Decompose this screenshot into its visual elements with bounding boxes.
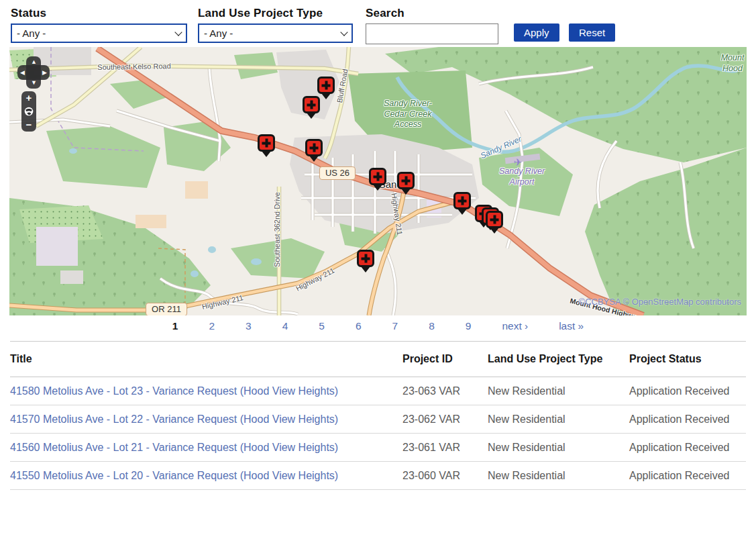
- marker-tail: [321, 93, 331, 99]
- marker-pin[interactable]: [369, 168, 386, 185]
- status-select[interactable]: - Any -: [11, 23, 187, 43]
- table-row: 41560 Metolius Ave - Lot 21 - Variance R…: [10, 433, 746, 461]
- marker-pin[interactable]: [453, 192, 471, 209]
- cell-title: 41550 Metolius Ave - Lot 20 - Variance R…: [10, 462, 402, 490]
- cell-project-id: 23-061 VAR: [402, 433, 488, 461]
- pan-right-icon[interactable]: ▶: [42, 70, 47, 76]
- pan-down-icon[interactable]: ▼: [31, 80, 37, 86]
- cell-land-use-type: New Residential: [488, 462, 629, 490]
- cell-land-use-type: New Residential: [488, 377, 629, 405]
- pan-left-icon[interactable]: ◀: [20, 70, 25, 76]
- table-row: 41550 Metolius Ave - Lot 20 - Variance R…: [10, 462, 746, 490]
- plus-icon: [322, 81, 331, 90]
- search-input[interactable]: [366, 23, 498, 44]
- pagination-link[interactable]: 9: [466, 320, 472, 332]
- status-label: Status: [11, 7, 187, 20]
- pagination-link[interactable]: 8: [429, 320, 435, 332]
- plus-icon: [402, 177, 411, 185]
- marker-pin[interactable]: [303, 96, 320, 113]
- cell-project-status: Application Received: [629, 405, 746, 433]
- map-zoom-control[interactable]: + −: [21, 91, 36, 132]
- plus-icon: [262, 139, 271, 148]
- globe-icon[interactable]: [24, 107, 34, 116]
- plus-icon: [307, 101, 316, 109]
- search-filter-group: Search: [366, 7, 498, 44]
- marker-pin[interactable]: [357, 250, 374, 267]
- marker-tail: [309, 156, 319, 162]
- pagination: 123456789next ›last »: [0, 316, 756, 336]
- zoom-out-button[interactable]: −: [21, 119, 36, 130]
- pagination-link[interactable]: 3: [246, 320, 252, 332]
- cell-land-use-type: New Residential: [488, 433, 629, 461]
- plus-icon: [362, 254, 370, 263]
- map-marker[interactable]: [397, 172, 415, 195]
- map-marker[interactable]: [305, 139, 323, 162]
- type-filter-group: Land Use Project Type - Any -: [198, 7, 353, 43]
- cell-project-status: Application Received: [629, 377, 746, 405]
- apply-button[interactable]: Apply: [514, 23, 559, 42]
- search-label: Search: [366, 7, 498, 20]
- project-title-link[interactable]: 41570 Metolius Ave - Lot 22 - Variance R…: [10, 413, 338, 425]
- project-title-link[interactable]: 41550 Metolius Ave - Lot 20 - Variance R…: [10, 470, 338, 481]
- pagination-link[interactable]: 4: [282, 320, 288, 332]
- marker-pin[interactable]: [305, 139, 323, 156]
- map-marker[interactable]: [303, 96, 320, 119]
- plus-icon: [310, 144, 319, 152]
- marker-tail: [401, 189, 411, 195]
- map-marker[interactable]: [258, 134, 275, 157]
- cell-project-status: Application Received: [629, 462, 746, 490]
- map-pan-control[interactable]: ▲ ▼ ◀ ▶: [17, 56, 50, 89]
- cell-project-id: 23-063 VAR: [402, 377, 488, 405]
- cell-project-id: 23-062 VAR: [402, 405, 488, 433]
- type-label: Land Use Project Type: [198, 7, 353, 20]
- map[interactable]: Southeast Kelso RoadBluff RoadSandy Rive…: [9, 47, 747, 315]
- cell-project-id: 23-060 VAR: [402, 462, 488, 490]
- header-title: Title: [10, 342, 402, 377]
- pagination-link[interactable]: 5: [319, 320, 325, 332]
- pagination-link[interactable]: 2: [209, 320, 215, 332]
- table-row: 41570 Metolius Ave - Lot 22 - Variance R…: [10, 405, 746, 433]
- marker-pin[interactable]: [486, 211, 503, 228]
- results-table: Title Project ID Land Use Project Type P…: [10, 341, 746, 490]
- map-marker[interactable]: [453, 192, 471, 215]
- land-use-type-select[interactable]: - Any -: [198, 23, 353, 43]
- results-table-wrap: Title Project ID Land Use Project Type P…: [10, 341, 746, 490]
- header-project-id: Project ID: [402, 342, 488, 377]
- cell-title: 41570 Metolius Ave - Lot 22 - Variance R…: [10, 405, 402, 433]
- pagination-link[interactable]: last »: [559, 320, 584, 332]
- pagination-link[interactable]: 7: [392, 320, 398, 332]
- reset-button[interactable]: Reset: [569, 23, 615, 42]
- pagination-link[interactable]: 6: [356, 320, 362, 332]
- pagination-current-page: 1: [172, 320, 178, 332]
- map-marker[interactable]: [369, 168, 386, 191]
- cell-title: 41580 Metolius Ave - Lot 23 - Variance R…: [10, 377, 402, 405]
- marker-pin[interactable]: [317, 77, 335, 94]
- marker-tail: [457, 209, 467, 215]
- map-attribution[interactable]: ©CCBYSA © OpenStreetMap contributors: [579, 297, 741, 307]
- status-filter-group: Status - Any -: [11, 7, 187, 43]
- cell-project-status: Application Received: [629, 433, 746, 461]
- pan-up-icon[interactable]: ▲: [31, 59, 37, 65]
- cell-land-use-type: New Residential: [488, 405, 629, 433]
- plus-icon: [374, 172, 382, 181]
- header-project-status: Project Status: [629, 342, 746, 377]
- filter-bar: Status - Any - Land Use Project Type - A…: [0, 0, 756, 47]
- table-row: 41580 Metolius Ave - Lot 23 - Variance R…: [10, 377, 746, 405]
- map-marker[interactable]: [486, 211, 503, 234]
- plus-icon: [490, 215, 499, 224]
- marker-tail: [373, 185, 382, 191]
- pagination-link[interactable]: next ›: [502, 320, 528, 332]
- header-land-use-type: Land Use Project Type: [488, 342, 629, 377]
- project-title-link[interactable]: 41560 Metolius Ave - Lot 21 - Variance R…: [10, 442, 338, 453]
- project-title-link[interactable]: 41580 Metolius Ave - Lot 23 - Variance R…: [10, 385, 338, 397]
- table-header-row: Title Project ID Land Use Project Type P…: [10, 342, 746, 377]
- plus-icon: [458, 197, 467, 205]
- marker-tail: [307, 113, 316, 119]
- marker-tail: [361, 266, 370, 272]
- marker-pin[interactable]: [397, 172, 415, 189]
- cell-title: 41560 Metolius Ave - Lot 21 - Variance R…: [10, 433, 402, 461]
- map-marker[interactable]: [357, 250, 374, 272]
- zoom-in-button[interactable]: +: [21, 93, 36, 103]
- marker-pin[interactable]: [258, 134, 275, 152]
- marker-tail: [262, 151, 271, 157]
